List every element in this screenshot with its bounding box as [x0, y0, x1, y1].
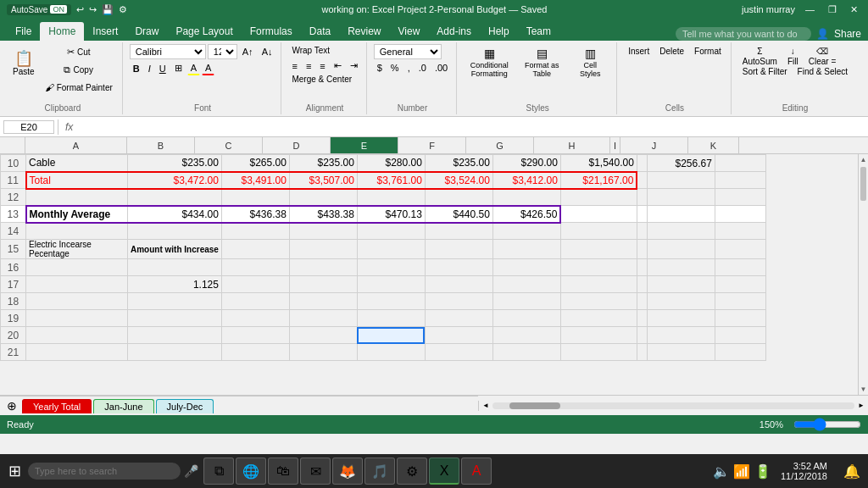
col-header-g[interactable]: G [466, 137, 534, 153]
cell-b16[interactable] [128, 259, 222, 276]
cell-k21[interactable] [715, 344, 765, 361]
cell-f13[interactable]: $440.50 [425, 206, 492, 223]
cell-b21[interactable] [128, 344, 222, 361]
cell-h14[interactable] [560, 223, 637, 240]
comma-button[interactable]: , [404, 61, 414, 75]
cell-j17[interactable] [647, 276, 715, 293]
cell-k18[interactable] [715, 293, 765, 310]
col-header-c[interactable]: C [195, 137, 263, 153]
cell-j21[interactable] [647, 344, 715, 361]
row-num-20[interactable]: 20 [1, 327, 26, 344]
col-header-b[interactable]: B [127, 137, 195, 153]
taskbar-app-settings[interactable]: ⚙ [397, 458, 427, 485]
tab-addins[interactable]: Add-ins [428, 22, 480, 41]
cell-d10[interactable]: $235.00 [289, 155, 357, 172]
conditional-formatting-button[interactable]: ▦ Conditional Formatting [464, 44, 515, 82]
tab-data[interactable]: Data [301, 22, 339, 41]
cell-f12[interactable] [425, 189, 492, 206]
cell-f16[interactable] [425, 259, 492, 276]
cell-d12[interactable] [289, 189, 357, 206]
cell-c11[interactable]: $3,491.00 [221, 172, 289, 189]
cell-j13[interactable] [647, 206, 715, 223]
align-right-button[interactable]: ≡ [316, 59, 328, 73]
cell-h12[interactable] [560, 189, 637, 206]
taskbar-app-store[interactable]: 🛍 [268, 458, 298, 485]
cell-g19[interactable] [492, 310, 560, 327]
align-left-button[interactable]: ≡ [288, 59, 300, 73]
tab-file[interactable]: File [7, 22, 40, 41]
tab-view[interactable]: View [390, 22, 429, 41]
format-as-table-button[interactable]: ▤ Format as Table [516, 44, 567, 82]
cell-a12[interactable] [26, 189, 128, 206]
cell-a21[interactable] [26, 344, 128, 361]
taskbar-app-music[interactable]: 🎵 [364, 458, 395, 485]
cell-d13[interactable]: $438.38 [289, 206, 357, 223]
number-format-selector[interactable]: General [374, 44, 442, 59]
insert-cells-button[interactable]: Insert [624, 44, 654, 65]
taskbar-app-taskview[interactable]: ⧉ [203, 458, 234, 485]
add-sheet-button[interactable]: ⊕ [3, 399, 20, 413]
cell-k11[interactable] [715, 172, 765, 189]
cell-e11[interactable]: $3,761.00 [357, 172, 425, 189]
cell-a17[interactable] [26, 276, 128, 293]
cell-j19[interactable] [647, 310, 715, 327]
cut-button[interactable]: ✂ Cut [41, 44, 117, 60]
cell-g16[interactable] [492, 259, 560, 276]
cell-h21[interactable] [560, 344, 637, 361]
cell-c17[interactable] [221, 276, 289, 293]
col-header-a[interactable]: A [25, 137, 127, 153]
cell-f20[interactable] [425, 327, 492, 344]
cell-a20[interactable] [26, 327, 128, 344]
font-name-selector[interactable]: Calibri [130, 44, 206, 59]
save-icon[interactable]: 💾 [102, 4, 114, 15]
cell-k16[interactable] [715, 259, 765, 276]
find-select-button[interactable]: Find & Select [793, 64, 852, 83]
restore-button[interactable]: ❐ [825, 4, 840, 15]
cell-i11[interactable] [637, 172, 647, 189]
cell-c20[interactable] [221, 327, 289, 344]
notification-icon[interactable]: 🔔 [839, 460, 865, 483]
zoom-slider[interactable] [793, 418, 861, 431]
cell-a19[interactable] [26, 310, 128, 327]
cell-a10[interactable]: Cable [26, 155, 128, 172]
cell-b15[interactable]: Amount with Increase [128, 240, 222, 259]
search-microphone-icon[interactable]: 🎤 [184, 464, 198, 478]
cell-c19[interactable] [221, 310, 289, 327]
underline-button[interactable]: U [156, 62, 170, 75]
col-header-j[interactable]: J [620, 137, 688, 153]
copy-button[interactable]: ⧉ Copy [41, 62, 117, 78]
cell-f21[interactable] [425, 344, 492, 361]
col-header-e[interactable]: E [331, 137, 398, 153]
cell-g17[interactable] [492, 276, 560, 293]
row-num-17[interactable]: 17 [1, 276, 26, 293]
cell-h10[interactable]: $1,540.00 [560, 155, 637, 172]
cell-j15[interactable] [647, 240, 715, 259]
row-num-19[interactable]: 19 [1, 310, 26, 327]
merge-center-button[interactable]: Merge & Center [288, 73, 355, 86]
cell-g18[interactable] [492, 293, 560, 310]
cell-f17[interactable] [425, 276, 492, 293]
indent-increase-button[interactable]: ⇥ [347, 58, 361, 73]
cell-d20[interactable] [289, 327, 357, 344]
cell-b13[interactable]: $434.00 [128, 206, 222, 223]
cell-f11[interactable]: $3,524.00 [425, 172, 492, 189]
formula-input[interactable] [80, 121, 865, 133]
cell-b11[interactable]: $3,472.00 [128, 172, 222, 189]
scroll-thumb[interactable] [860, 167, 866, 201]
cell-d11[interactable]: $3,507.00 [289, 172, 357, 189]
cell-b19[interactable] [128, 310, 222, 327]
paste-button[interactable]: 📋 Paste [8, 48, 39, 91]
cell-b10[interactable]: $235.00 [128, 155, 222, 172]
col-header-h[interactable]: H [534, 137, 610, 153]
cell-i15[interactable] [637, 240, 647, 259]
tab-home[interactable]: Home [40, 22, 84, 41]
taskbar-app-edge[interactable]: 🌐 [236, 458, 266, 485]
cell-b18[interactable] [128, 293, 222, 310]
taskbar-search[interactable] [28, 463, 181, 480]
cell-b17[interactable]: 1.125 [128, 276, 222, 293]
row-num-11[interactable]: 11 [1, 172, 26, 189]
tab-yearly-total[interactable]: Yearly Total [22, 399, 92, 413]
tab-help[interactable]: Help [480, 22, 518, 41]
cell-k17[interactable] [715, 276, 765, 293]
tab-page-layout[interactable]: Page Layout [167, 22, 241, 41]
